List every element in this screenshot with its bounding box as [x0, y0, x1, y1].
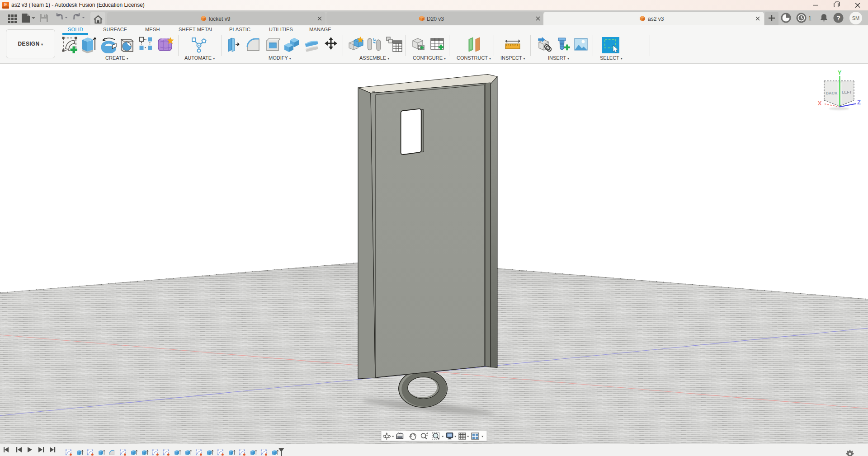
- svg-text:BACK: BACK: [826, 91, 838, 95]
- svg-text:Y: Y: [838, 69, 842, 76]
- svg-text:X: X: [818, 100, 822, 107]
- svg-text:F: F: [4, 2, 7, 7]
- svg-text:Z: Z: [857, 99, 861, 106]
- svg-text:?: ?: [836, 14, 840, 22]
- svg-text:LEFT: LEFT: [842, 90, 852, 94]
